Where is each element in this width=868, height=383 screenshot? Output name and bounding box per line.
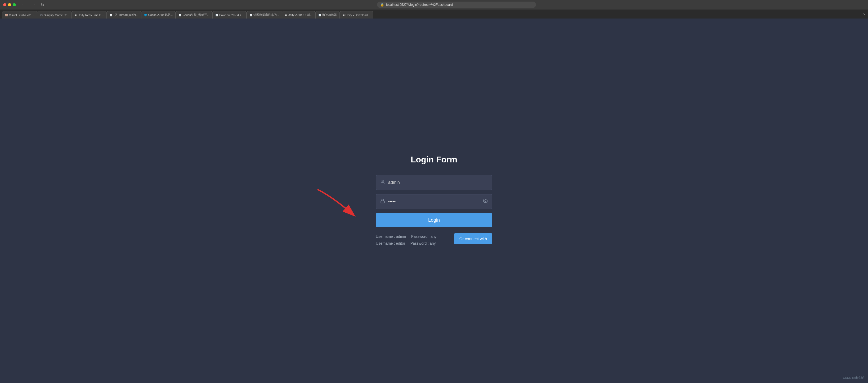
tab-4[interactable]: 🌐 Cocos 2019 新品... <box>141 11 176 19</box>
svg-point-0 <box>382 180 383 182</box>
tab-5[interactable]: 📄 Cocos引擎_游戏开... <box>176 11 212 19</box>
tab-label-9: 海神加速器 <box>322 13 337 17</box>
user-icon <box>380 180 385 186</box>
nav-buttons: ← → ↻ <box>20 2 46 8</box>
hint2-password: Password : any <box>410 241 436 245</box>
title-bar: ← → ↻ 🔒 localhost:9527/#/login?redirect=… <box>0 0 868 9</box>
tab-label-7: 清理数据库日志的... <box>253 13 279 17</box>
username-input-group <box>376 175 492 190</box>
tab-favicon-2: ◼ <box>75 14 76 16</box>
main-content: Login Form <box>0 19 868 383</box>
tab-favicon-10: ◼ <box>343 14 344 16</box>
password-input[interactable] <box>388 199 483 204</box>
tab-label-2: Unity Real-Time D... <box>78 13 104 17</box>
close-window-btn[interactable] <box>3 3 6 6</box>
tab-label-8: Unity 2019.2：新... <box>288 13 312 17</box>
hint-row-2: Username : editor Password : any <box>376 240 443 247</box>
password-toggle-icon[interactable] <box>483 199 488 205</box>
tab-label-3: (四)Thread.join的... <box>114 13 138 17</box>
tab-favicon-6: 📄 <box>215 14 218 16</box>
hint-row-1: Username : admin Password : any <box>376 233 443 240</box>
tab-label-10: Unity - Download... <box>346 13 370 17</box>
svg-rect-1 <box>381 201 384 203</box>
tab-favicon-1: 🎮 <box>40 14 43 16</box>
tab-favicon-9: 📄 <box>318 14 321 16</box>
tab-6[interactable]: 📄 Powerful 2d-3d s... <box>212 11 247 19</box>
hint1-username: Username : admin <box>376 234 406 239</box>
lock-icon <box>380 199 385 205</box>
tab-9[interactable]: 📄 海神加速器 <box>315 11 340 19</box>
bottom-section: Username : admin Password : any Username… <box>376 233 492 246</box>
tab-1[interactable]: 🎮 Simplify Game Cr... <box>37 11 72 19</box>
login-button[interactable]: Login <box>376 213 492 227</box>
connect-with-button[interactable]: Or connect with <box>454 233 492 244</box>
username-input[interactable] <box>388 180 488 185</box>
tab-favicon-5: 📄 <box>179 14 181 16</box>
page-title: Login Form <box>411 155 457 165</box>
refresh-button[interactable]: ↻ <box>39 2 46 8</box>
hint1-password: Password : any <box>411 234 437 239</box>
tab-favicon-8: ◼ <box>285 14 287 16</box>
tab-7[interactable]: 📄 清理数据库日志的... <box>247 11 282 19</box>
watermark: CSDN @米克斯 <box>843 376 864 380</box>
tab-2[interactable]: ◼ Unity Real-Time D... <box>72 11 107 19</box>
forward-button[interactable]: → <box>30 2 37 8</box>
window-controls <box>3 3 16 6</box>
tab-label-0: Visual Studio 201... <box>9 13 34 17</box>
tab-favicon-4: 🌐 <box>144 14 147 16</box>
login-button-container: Login <box>376 213 492 233</box>
tab-label-5: Cocos引擎_游戏开... <box>182 13 209 17</box>
tab-3[interactable]: 📄 (四)Thread.join的... <box>107 11 142 19</box>
hint2-username: Username : editor <box>376 241 405 245</box>
tab-favicon-3: 📄 <box>110 14 113 16</box>
address-bar[interactable]: 🔒 localhost:9527/#/login?redirect=%2Fdas… <box>377 2 536 8</box>
back-button[interactable]: ← <box>20 2 28 8</box>
password-input-group <box>376 194 492 209</box>
login-hints: Username : admin Password : any Username… <box>376 233 443 246</box>
url-text: localhost:9527/#/login?redirect=%2Fdashb… <box>386 3 453 7</box>
browser-chrome: ← → ↻ 🔒 localhost:9527/#/login?redirect=… <box>0 0 868 19</box>
lock-icon: 🔒 <box>380 3 384 7</box>
tab-8[interactable]: ◼ Unity 2019.2：新... <box>282 11 315 19</box>
tab-0[interactable]: 🪟 Visual Studio 201... <box>2 11 37 19</box>
minimize-window-btn[interactable] <box>8 3 11 6</box>
more-tabs-button[interactable]: › <box>861 11 867 17</box>
tab-10[interactable]: ◼ Unity - Download... <box>340 11 373 19</box>
maximize-window-btn[interactable] <box>13 3 16 6</box>
tab-favicon-7: 📄 <box>249 14 252 16</box>
tab-label-6: Powerful 2d-3d s... <box>219 13 244 17</box>
browser-tabs: 🪟 Visual Studio 201... 🎮 Simplify Game C… <box>0 9 868 19</box>
tab-favicon-0: 🪟 <box>5 14 8 16</box>
tab-label-1: Simplify Game Cr... <box>44 13 69 17</box>
tab-label-4: Cocos 2019 新品... <box>148 13 173 17</box>
login-form: Login Username : admin Password : any Us… <box>376 175 492 246</box>
